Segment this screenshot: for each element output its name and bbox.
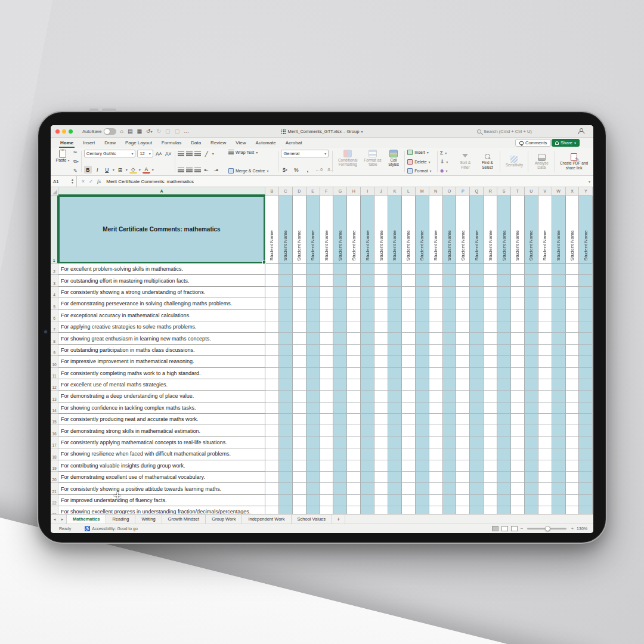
row-header-15[interactable]: 15	[51, 414, 58, 425]
ribbon-tab-formulas[interactable]: Formulas	[157, 138, 186, 148]
student-name-cell-d[interactable]: Student Name	[293, 196, 306, 264]
empty-cell-r13[interactable]	[484, 391, 497, 402]
empty-cell-c15[interactable]	[279, 414, 293, 425]
empty-cell-f9[interactable]	[320, 345, 334, 356]
empty-cell-h11[interactable]	[347, 368, 361, 379]
empty-cell-v6[interactable]	[538, 310, 552, 321]
align-right-button[interactable]	[194, 168, 201, 172]
fill-button[interactable]: ⬇▾	[440, 159, 454, 165]
empty-cell-p18[interactable]	[456, 448, 470, 460]
empty-cell-i6[interactable]	[361, 310, 374, 321]
empty-cell-s23[interactable]	[497, 506, 511, 514]
empty-cell-p7[interactable]	[456, 321, 470, 333]
comment-cell-a15[interactable]: For consistently producing neat and accu…	[58, 414, 265, 425]
student-name-cell-g[interactable]: Student Name	[333, 196, 347, 264]
empty-cell-o13[interactable]	[443, 391, 457, 402]
comment-cell-a17[interactable]: For consistently applying mathematical c…	[58, 437, 265, 448]
empty-cell-q8[interactable]	[470, 333, 484, 344]
cell-a1-selected[interactable]: Merit Certificate Comments: mathematics	[58, 196, 265, 264]
empty-cell-k5[interactable]	[388, 298, 402, 309]
empty-cell-c23[interactable]	[279, 506, 293, 514]
empty-cell-l7[interactable]	[402, 321, 416, 333]
sheet-tab-independent-work[interactable]: Independent Work	[242, 515, 291, 524]
empty-cell-e2[interactable]	[306, 264, 320, 275]
empty-cell-l8[interactable]	[402, 333, 416, 344]
empty-cell-e15[interactable]	[306, 414, 320, 425]
empty-cell-h16[interactable]	[347, 425, 361, 436]
empty-cell-n3[interactable]	[429, 275, 443, 286]
empty-cell-v4[interactable]	[538, 287, 552, 298]
empty-cell-c14[interactable]	[279, 402, 293, 414]
orientation-button[interactable]: ╱	[203, 150, 210, 157]
empty-cell-d13[interactable]	[293, 391, 306, 402]
empty-cell-r4[interactable]	[484, 287, 497, 298]
student-name-cell-b[interactable]: Student Name	[265, 196, 279, 264]
empty-cell-d21[interactable]	[293, 483, 306, 494]
student-name-cell-m[interactable]: Student Name	[416, 196, 429, 264]
empty-cell-s19[interactable]	[497, 460, 511, 472]
empty-cell-b22[interactable]	[265, 495, 279, 506]
empty-cell-t23[interactable]	[511, 506, 525, 514]
empty-cell-y12[interactable]	[579, 379, 593, 391]
empty-cell-f4[interactable]	[320, 287, 334, 298]
merge-centre-button[interactable]: Merge & Centre▾	[228, 168, 275, 174]
empty-cell-j16[interactable]	[374, 425, 388, 436]
empty-cell-r7[interactable]	[484, 321, 497, 333]
empty-cell-q9[interactable]	[470, 345, 484, 356]
align-left-button[interactable]	[178, 168, 184, 172]
empty-cell-i10[interactable]	[361, 356, 374, 367]
empty-cell-g19[interactable]	[333, 460, 347, 472]
empty-cell-b11[interactable]	[265, 368, 279, 379]
format-painter-button[interactable]: ✎	[73, 168, 79, 174]
align-center-button[interactable]	[186, 168, 193, 172]
zoom-slider-knob[interactable]	[545, 526, 550, 531]
empty-cell-i20[interactable]	[361, 472, 374, 483]
empty-cell-w20[interactable]	[552, 472, 566, 483]
empty-cell-e3[interactable]	[306, 275, 320, 286]
empty-cell-b21[interactable]	[265, 483, 279, 494]
sheet-tab-writing[interactable]: Writing	[135, 515, 162, 524]
empty-cell-w4[interactable]	[552, 287, 566, 298]
column-header-a[interactable]: A	[58, 187, 265, 196]
empty-cell-y22[interactable]	[579, 495, 593, 506]
empty-cell-g2[interactable]	[333, 264, 347, 275]
create-pdf-button[interactable]: Create PDF and share link	[558, 150, 590, 174]
empty-cell-k3[interactable]	[388, 275, 402, 286]
empty-cell-j11[interactable]	[374, 368, 388, 379]
name-box[interactable]: A1 ▲▼	[51, 176, 77, 187]
empty-cell-f19[interactable]	[320, 460, 334, 472]
empty-cell-g6[interactable]	[333, 310, 347, 321]
empty-cell-v12[interactable]	[538, 379, 552, 391]
empty-cell-n5[interactable]	[429, 298, 443, 309]
empty-cell-q3[interactable]	[470, 275, 484, 286]
row-header-4[interactable]: 4	[51, 287, 58, 298]
empty-cell-j4[interactable]	[374, 287, 388, 298]
empty-cell-s11[interactable]	[497, 368, 511, 379]
empty-cell-x5[interactable]	[566, 298, 580, 309]
empty-cell-p20[interactable]	[456, 472, 470, 483]
empty-cell-o7[interactable]	[443, 321, 457, 333]
empty-cell-r8[interactable]	[484, 333, 497, 344]
empty-cell-l19[interactable]	[402, 460, 416, 472]
student-name-cell-i[interactable]: Student Name	[361, 196, 374, 264]
column-header-q[interactable]: Q	[470, 187, 484, 196]
align-middle-button[interactable]	[186, 151, 193, 156]
column-header-c[interactable]: C	[279, 187, 293, 196]
comment-cell-a4[interactable]: For consistently showing a strong unders…	[58, 287, 265, 298]
empty-cell-t19[interactable]	[511, 460, 525, 472]
empty-cell-p2[interactable]	[456, 264, 470, 275]
empty-cell-m9[interactable]	[416, 345, 429, 356]
empty-cell-w13[interactable]	[552, 391, 566, 402]
empty-cell-y21[interactable]	[579, 483, 593, 494]
empty-cell-w17[interactable]	[552, 437, 566, 448]
empty-cell-o19[interactable]	[443, 460, 457, 472]
ribbon-tab-review[interactable]: Review	[206, 138, 231, 148]
empty-cell-s18[interactable]	[497, 448, 511, 460]
empty-cell-d2[interactable]	[293, 264, 306, 275]
fill-color-button[interactable]: ◇	[129, 166, 137, 174]
empty-cell-w16[interactable]	[552, 425, 566, 436]
row-header-14[interactable]: 14	[51, 402, 58, 414]
empty-cell-j2[interactable]	[374, 264, 388, 275]
empty-cell-u8[interactable]	[525, 333, 538, 344]
percent-button[interactable]: %	[292, 166, 300, 174]
